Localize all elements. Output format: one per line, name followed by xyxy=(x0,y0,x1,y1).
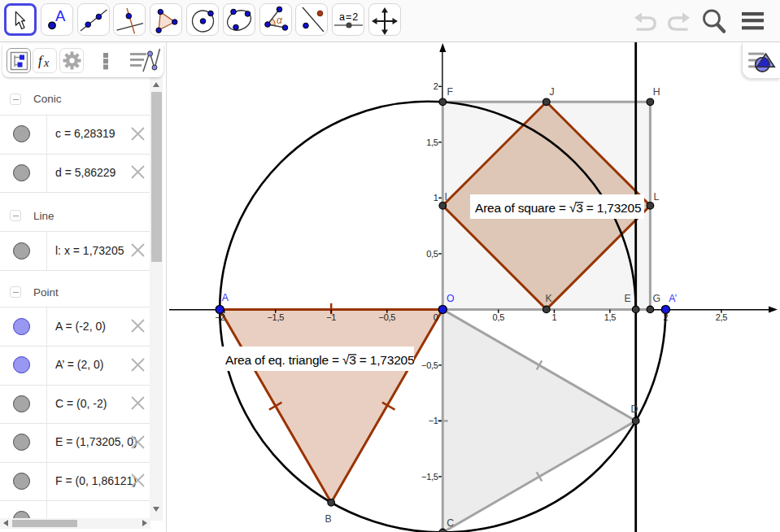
svg-text:1: 1 xyxy=(551,312,556,322)
svg-text:−1: −1 xyxy=(326,312,336,322)
svg-text:1: 1 xyxy=(434,193,438,203)
svg-text:0: 0 xyxy=(434,312,438,322)
svg-text:D: D xyxy=(631,403,638,415)
svg-text:−1,5: −1,5 xyxy=(421,472,438,482)
svg-text:L: L xyxy=(654,191,660,203)
svg-text:−0,5: −0,5 xyxy=(379,312,396,322)
svg-text:−1: −1 xyxy=(429,416,438,425)
svg-text:a = 2: a = 2 xyxy=(339,11,358,23)
svg-text:A: A xyxy=(222,292,229,303)
svg-text:K: K xyxy=(546,293,553,304)
svg-text:α: α xyxy=(277,15,283,26)
svg-text:H: H xyxy=(653,86,660,98)
svg-text:A: A xyxy=(55,7,66,24)
svg-text:1,5: 1,5 xyxy=(426,137,438,147)
svg-text:B: B xyxy=(325,513,332,525)
svg-text:Area of eq. triangle = √3 = 1,: Area of eq. triangle = √3 = 1,73205 xyxy=(225,353,414,367)
svg-text:2,5: 2,5 xyxy=(716,312,728,322)
svg-text:J: J xyxy=(550,86,555,98)
svg-text:x: x xyxy=(43,57,50,69)
svg-text:2: 2 xyxy=(434,81,438,91)
svg-text:E: E xyxy=(625,293,631,304)
svg-text:−1,5: −1,5 xyxy=(267,312,284,322)
svg-text:I: I xyxy=(445,191,447,203)
svg-text:C: C xyxy=(447,517,454,529)
svg-text:A’: A’ xyxy=(669,293,677,304)
svg-text:f: f xyxy=(38,53,44,68)
svg-text:O: O xyxy=(447,293,455,304)
svg-text:F: F xyxy=(447,86,454,98)
svg-text:1,5: 1,5 xyxy=(604,312,617,322)
svg-text:−0,5: −0,5 xyxy=(421,360,438,370)
svg-text:Area of square = √3 = 1,73205: Area of square = √3 = 1,73205 xyxy=(475,201,641,215)
svg-text:G: G xyxy=(653,293,661,304)
svg-text:0,5: 0,5 xyxy=(426,249,438,259)
svg-text:0,5: 0,5 xyxy=(493,312,505,322)
